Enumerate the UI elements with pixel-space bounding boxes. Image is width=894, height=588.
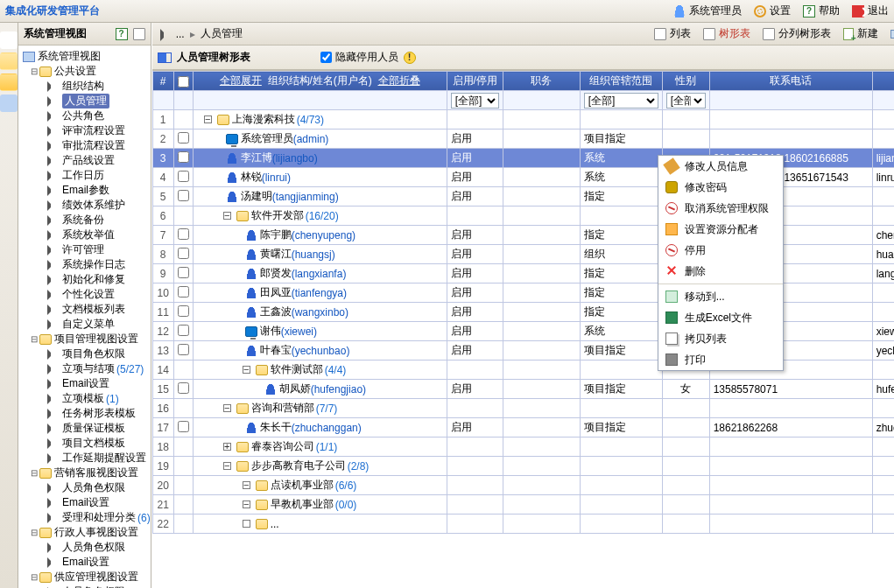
- row-expander[interactable]: −: [223, 404, 231, 412]
- view-column-tree-button[interactable]: 分列树形表: [763, 26, 831, 41]
- table-scroll[interactable]: # 全部展开 组织结构/姓名(用户名) 全部折叠 启用/停用 职务 组织管辖范围…: [152, 70, 894, 588]
- cell-checkbox[interactable]: [173, 438, 193, 457]
- cell-name[interactable]: 胡凤娇 (hufengjiao): [193, 380, 447, 399]
- row-checkbox[interactable]: [178, 382, 189, 394]
- tree-item[interactable]: 系统备份: [20, 213, 151, 228]
- cell-name[interactable]: 叶春宝 (yechunbao): [193, 341, 447, 360]
- cell-checkbox[interactable]: [173, 495, 193, 514]
- cell-name[interactable]: 黄曙江 (huangsj): [193, 245, 447, 264]
- select-all-checkbox[interactable]: [178, 76, 189, 88]
- nav-tree[interactable]: 系统管理视图⊟公共设置组织结构人员管理公共角色评审流程设置审批流程设置产品线设置…: [18, 46, 151, 588]
- tree-item[interactable]: Email设置: [20, 376, 151, 391]
- menu-item[interactable]: 生成Excel文件: [658, 307, 783, 328]
- expander-icon[interactable]: ⊟: [29, 528, 39, 537]
- cell-name[interactable]: ...: [193, 514, 447, 534]
- row-checkbox[interactable]: [178, 132, 189, 144]
- tree-group[interactable]: ⊟项目管理视图设置: [20, 332, 151, 346]
- cell-checkbox[interactable]: [173, 457, 193, 476]
- expander-icon[interactable]: ⊟: [29, 468, 39, 478]
- cell-name[interactable]: −上海漫索科技(4/73): [193, 110, 447, 130]
- import-people-button[interactable]: 导入人员: [890, 26, 894, 41]
- rail-item-1[interactable]: [0, 32, 18, 49]
- cell-checkbox[interactable]: [173, 226, 193, 245]
- tree-item[interactable]: 工作延期提醒设置: [20, 451, 151, 466]
- tree-item[interactable]: 人员管理: [20, 94, 151, 108]
- cell-checkbox[interactable]: [173, 264, 193, 284]
- tree-item[interactable]: 评审流程设置: [20, 123, 151, 138]
- table-row[interactable]: 20−点读机事业部(6/6): [152, 476, 894, 495]
- hide-disabled-toggle[interactable]: 隐藏停用人员: [320, 50, 398, 65]
- cell-name[interactable]: −点读机事业部(6/6): [193, 476, 447, 495]
- cell-name[interactable]: −步步高教育电子公司(2/8): [193, 457, 447, 476]
- cell-name[interactable]: −软件测试部(4/4): [193, 360, 447, 380]
- menu-item[interactable]: 取消系统管理权限: [658, 198, 783, 219]
- cell-checkbox[interactable]: [173, 380, 193, 399]
- table-row[interactable]: 18+睿泰咨询公司(1/1): [152, 438, 894, 457]
- row-checkbox[interactable]: [178, 267, 189, 278]
- row-checkbox[interactable]: [178, 421, 189, 432]
- cell-name[interactable]: +睿泰咨询公司(1/1): [193, 438, 447, 457]
- row-checkbox[interactable]: [178, 305, 189, 317]
- row-checkbox[interactable]: [178, 190, 189, 201]
- settings-button[interactable]: 设置: [754, 4, 791, 18]
- row-expander[interactable]: +: [223, 443, 231, 451]
- row-expander[interactable]: −: [204, 116, 212, 123]
- tree-group[interactable]: ⊟营销客服视图设置: [20, 466, 151, 480]
- col-idx[interactable]: #: [152, 72, 173, 91]
- filter-sex[interactable]: [全部]: [666, 93, 706, 108]
- panel-toggle-icon[interactable]: [133, 28, 145, 40]
- cell-checkbox[interactable]: [173, 399, 193, 418]
- expander-icon[interactable]: ⊟: [29, 334, 39, 344]
- col-phone[interactable]: 联系电话: [709, 72, 872, 91]
- row-expander[interactable]: −: [243, 481, 250, 489]
- row-checkbox[interactable]: [178, 248, 189, 259]
- cell-name[interactable]: 田凤亚 (tianfengya): [193, 284, 447, 303]
- row-expander[interactable]: [243, 520, 250, 528]
- cell-name[interactable]: −早教机事业部(0/0): [193, 495, 447, 514]
- context-menu[interactable]: 修改人员信息修改密码取消系统管理权限设置资源分配者停用删除移动到...生成Exc…: [658, 155, 784, 371]
- warning-icon[interactable]: [404, 52, 416, 64]
- panel-help-icon[interactable]: ?: [116, 28, 128, 40]
- tree-item[interactable]: 绩效体系维护: [20, 198, 151, 213]
- current-user[interactable]: 系统管理员: [673, 4, 742, 18]
- cell-name[interactable]: 王鑫波 (wangxinbo): [193, 303, 447, 322]
- menu-item[interactable]: 拷贝列表: [658, 328, 783, 349]
- tree-group[interactable]: ⊟供应管理视图设置: [20, 570, 151, 584]
- tree-item[interactable]: 许可管理: [20, 242, 151, 257]
- row-expander[interactable]: −: [243, 500, 250, 508]
- col-sex[interactable]: 性别: [662, 72, 709, 91]
- table-row[interactable]: 2系统管理员 (admin)启用项目指定: [152, 130, 894, 149]
- cell-checkbox[interactable]: [173, 245, 193, 264]
- tree-root[interactable]: 系统管理视图: [20, 49, 151, 64]
- cell-checkbox[interactable]: [173, 303, 193, 322]
- cell-checkbox[interactable]: [173, 341, 193, 360]
- menu-item[interactable]: 删除: [658, 261, 783, 282]
- row-checkbox[interactable]: [178, 171, 189, 182]
- col-enable[interactable]: 启用/停用: [447, 72, 503, 91]
- tree-item[interactable]: 组织结构: [20, 79, 151, 94]
- table-row[interactable]: 19−步步高教育电子公司(2/8): [152, 457, 894, 476]
- tree-item[interactable]: 项目文档模板: [20, 436, 151, 451]
- cell-checkbox[interactable]: [173, 206, 193, 226]
- row-expander[interactable]: −: [223, 462, 231, 470]
- cell-name[interactable]: −软件开发部(16/20): [193, 206, 447, 226]
- cell-checkbox[interactable]: [173, 187, 193, 206]
- view-tree-button[interactable]: 树形表: [703, 26, 750, 41]
- tree-item[interactable]: 自定义菜单: [20, 317, 151, 332]
- tree-item[interactable]: Email设置: [20, 495, 151, 510]
- cell-checkbox[interactable]: [173, 110, 193, 130]
- new-button[interactable]: 新建: [843, 26, 878, 41]
- table-row[interactable]: 22...: [152, 514, 894, 534]
- cell-checkbox[interactable]: [173, 168, 193, 187]
- menu-item[interactable]: 停用: [658, 240, 783, 261]
- back-icon[interactable]: [160, 29, 172, 41]
- table-row[interactable]: 17朱长干 (zhuchanggan)启用项目指定18621862268zhuc: [152, 418, 894, 438]
- tree-item[interactable]: 任务树形表模板: [20, 406, 151, 421]
- tree-item[interactable]: 受理和处理分类(6): [20, 510, 151, 525]
- tree-item[interactable]: 产品线设置: [20, 153, 151, 168]
- tree-group[interactable]: ⊟公共设置: [20, 64, 151, 79]
- cell-checkbox[interactable]: [173, 284, 193, 303]
- tree-group[interactable]: ⊟行政人事视图设置: [20, 525, 151, 540]
- menu-item[interactable]: 修改人员信息: [658, 156, 783, 177]
- cell-checkbox[interactable]: [173, 514, 193, 534]
